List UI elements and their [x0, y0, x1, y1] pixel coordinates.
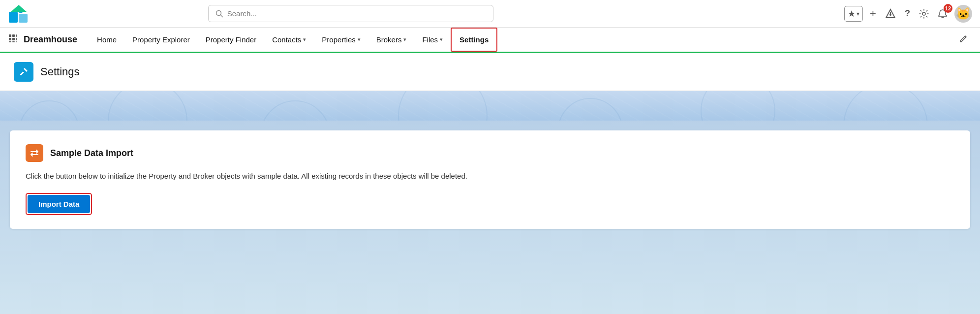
svg-point-23	[558, 98, 622, 121]
chevron-down-icon: ▾	[303, 36, 306, 43]
favorites-button[interactable]: ★ ▾	[844, 6, 863, 22]
grid-icon[interactable]	[8, 33, 18, 46]
chevron-down-icon: ▾	[358, 36, 361, 43]
transfer-icon	[26, 144, 43, 162]
svg-rect-10	[9, 34, 11, 37]
nav-item-home[interactable]: Home	[89, 28, 124, 52]
setup-button[interactable]	[917, 7, 931, 21]
svg-rect-18	[16, 41, 17, 42]
nav-item-settings[interactable]: Settings	[451, 28, 497, 52]
search-container	[208, 5, 493, 22]
nav-bar: Dreamhouse Home Property Explorer Proper…	[0, 28, 980, 53]
notifications-wrapper: 12	[936, 7, 949, 21]
nav-item-brokers[interactable]: Brokers ▾	[368, 28, 415, 52]
trailhead-icon[interactable]	[883, 6, 898, 21]
app-logo	[8, 3, 30, 25]
svg-point-9	[922, 12, 925, 15]
page-header-band: Settings	[0, 53, 980, 121]
top-bar-actions: ★ ▾ + ? 12 🐱	[844, 5, 972, 23]
svg-point-20	[108, 91, 187, 121]
page-header: Settings	[0, 53, 980, 91]
chevron-down-icon: ▾	[857, 10, 859, 17]
edit-icon[interactable]	[955, 32, 972, 47]
svg-marker-3	[11, 5, 27, 12]
import-data-button[interactable]: Import Data	[28, 195, 90, 213]
svg-point-7	[889, 14, 891, 16]
nav-item-property-explorer[interactable]: Property Explorer	[124, 28, 198, 52]
page-title: Settings	[40, 65, 80, 78]
nav-item-contacts[interactable]: Contacts ▾	[264, 28, 314, 52]
import-button-wrapper: Import Data	[26, 193, 92, 215]
svg-line-5	[220, 15, 222, 17]
help-button[interactable]: ?	[903, 6, 912, 21]
star-icon: ★	[848, 8, 856, 19]
nav-item-property-finder[interactable]: Property Finder	[198, 28, 264, 52]
nav-item-properties[interactable]: Properties ▾	[314, 28, 368, 52]
search-input[interactable]	[227, 9, 486, 18]
content-card: Sample Data Import Click the button belo…	[10, 130, 970, 229]
svg-rect-17	[12, 41, 15, 42]
chevron-down-icon: ▾	[440, 36, 443, 43]
svg-rect-11	[12, 34, 15, 37]
svg-rect-13	[9, 38, 11, 40]
nav-items: Home Property Explorer Property Finder C…	[89, 28, 497, 52]
top-bar: ★ ▾ + ? 12 🐱	[0, 0, 980, 28]
svg-point-19	[20, 101, 79, 121]
svg-rect-16	[9, 41, 11, 42]
svg-rect-12	[16, 34, 17, 37]
svg-point-24	[701, 91, 775, 121]
search-icon	[215, 10, 223, 18]
notifications-badge: 12	[944, 4, 952, 13]
svg-rect-2	[19, 14, 28, 23]
svg-rect-15	[16, 38, 17, 40]
settings-page-icon	[14, 62, 33, 82]
svg-rect-0	[9, 12, 18, 23]
app-name: Dreamhouse	[24, 34, 77, 45]
nav-item-files[interactable]: Files ▾	[414, 28, 451, 52]
svg-point-21	[261, 101, 330, 121]
card-header: Sample Data Import	[26, 144, 954, 162]
main-content: Sample Data Import Click the button belo…	[0, 121, 980, 314]
svg-point-25	[844, 91, 927, 121]
card-description: Click the button below to initialize the…	[26, 171, 954, 182]
svg-point-22	[398, 91, 487, 121]
svg-rect-14	[12, 38, 15, 40]
card-title: Sample Data Import	[50, 148, 133, 158]
chevron-down-icon: ▾	[403, 36, 406, 43]
add-button[interactable]: +	[868, 5, 878, 22]
avatar[interactable]: 🐱	[954, 5, 972, 23]
